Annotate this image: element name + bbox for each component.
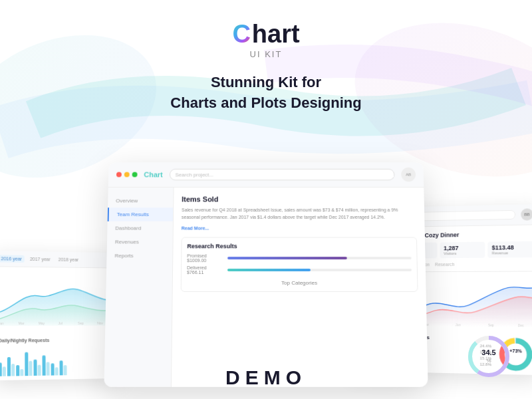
user-avatar: AB: [401, 168, 416, 182]
svg-text:Nov: Nov: [97, 322, 103, 325]
center-logo-rest: hart: [149, 171, 163, 179]
svg-text:Sep: Sep: [488, 324, 494, 327]
center-logo-c: C: [144, 171, 149, 179]
center-main-content: Items Sold Sales revenue for Q4 2018 at …: [172, 188, 428, 387]
dot-green: [132, 172, 138, 178]
dot-yellow: [124, 172, 130, 178]
research-bar-delivered: Delivered $766.11: [187, 265, 412, 275]
stat-card-2: 1,287 Visitors: [440, 242, 485, 259]
area-chart-container: Jan Mar May Jul Sep Nov: [0, 267, 122, 334]
progress-ring-container: 34.5 %: [466, 333, 512, 382]
mockups-container: 2016 year 2017 year 2018 year: [0, 140, 532, 399]
research-bars: Promised $1009.00 Delivered $766.11: [187, 253, 412, 275]
mockup-center: Chart Search project... AB Overview Team…: [104, 162, 428, 387]
bar-section-title: Daily/Nightly Requests: [0, 338, 116, 343]
mockup-center-header: Chart Search project... AB: [108, 162, 424, 188]
center-logo: Chart: [144, 171, 163, 179]
tagline-line2: Charts and Plots Designing: [0, 93, 532, 114]
svg-text:Jun: Jun: [456, 323, 461, 327]
svg-text:Jul: Jul: [59, 322, 63, 325]
svg-text:34.5: 34.5: [481, 348, 495, 356]
stat-card-3: $113.48 Revenue: [488, 241, 532, 258]
center-sidebar: Overview Team Results Dashboard Revenues…: [104, 188, 174, 387]
svg-text:Mar: Mar: [19, 322, 25, 325]
tagline: Stunning Kit for Charts and Plots Design…: [0, 72, 532, 114]
research-bar-promised: Promised $1009.00: [187, 253, 412, 263]
top-categories-label: Top Categories: [187, 280, 412, 286]
mockup-left: 2016 year 2017 year 2018 year: [0, 251, 122, 380]
read-more-link[interactable]: Read More...: [182, 226, 417, 231]
sidebar-overview: Overview: [108, 194, 173, 208]
logo-rest-letters: hart: [252, 21, 300, 47]
center-search-bar: Search project...: [170, 169, 395, 180]
research-results: Research Results Promised $1009.00 Deliv…: [181, 237, 418, 291]
promised-track: [227, 257, 412, 259]
logo-subtitle: UI Kit: [0, 49, 532, 59]
svg-text:Sep: Sep: [78, 322, 84, 325]
sidebar-team-results: Team Results: [108, 207, 174, 221]
svg-text:%: %: [486, 358, 491, 364]
stat-label-2: Visitors: [444, 251, 481, 256]
search-placeholder-text: Search project...: [175, 172, 213, 178]
svg-text:May: May: [39, 322, 45, 325]
sidebar-revenues: Revenues: [107, 235, 173, 249]
mockup-left-header: 2016 year 2017 year 2018 year: [0, 251, 120, 269]
svg-text:Dec: Dec: [518, 324, 525, 327]
promised-fill: [227, 257, 347, 259]
demo-label: DEMO: [225, 366, 307, 389]
stat-value-2: 1,287: [444, 245, 481, 252]
stat-label-3: Revenue: [492, 251, 531, 255]
bar-chart-mini: [0, 344, 117, 376]
progress-ring-svg: 34.5 %: [466, 333, 512, 380]
tagline-line1: Stunning Kit for: [0, 72, 532, 93]
delivered-fill: [227, 269, 311, 271]
dot-red: [116, 172, 122, 178]
year-tab-2017: 2017 year: [27, 255, 53, 263]
sidebar-dashboard: Dashboard: [107, 221, 173, 235]
sidebar-reports: Reports: [106, 249, 172, 263]
items-sold-text: Sales revenue for Q4 2018 at Spreadsheet…: [182, 207, 417, 221]
svg-text:Jan: Jan: [0, 322, 4, 325]
area-chart-svg: Jan Mar May Jul Sep Nov: [0, 272, 116, 326]
logo-area: C hart: [0, 21, 532, 47]
year-tab-2018: 2018 year: [56, 256, 81, 263]
year-tab-2016: 2016 year: [0, 255, 25, 263]
center-body: Overview Team Results Dashboard Revenues…: [104, 188, 428, 387]
header: C hart UI Kit Stunning Kit for Charts an…: [0, 0, 532, 114]
tab-research[interactable]: Research: [435, 262, 455, 269]
promised-label: Promised $1009.00: [187, 253, 223, 263]
research-title: Research Results: [187, 243, 411, 249]
right-avatar: BB: [521, 208, 532, 220]
stat-value-3: $113.48: [492, 244, 531, 251]
items-sold-title: Items Sold: [182, 196, 416, 203]
delivered-label: Delivered $766.11: [187, 265, 223, 275]
window-dots: [116, 172, 138, 178]
logo-c-letter: C: [232, 21, 250, 47]
delivered-track: [227, 269, 412, 271]
